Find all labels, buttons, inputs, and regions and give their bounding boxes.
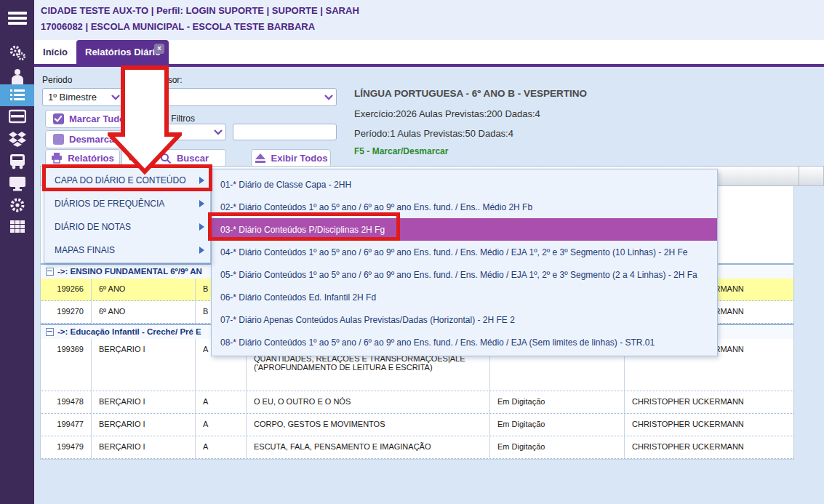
chevron-down-icon: [324, 94, 334, 101]
cell-letter: A: [196, 391, 247, 413]
chevron-down-icon: [213, 129, 223, 136]
submenu-item-01[interactable]: 01-* Diário de Classe Capa - 2HH: [212, 173, 717, 196]
close-icon[interactable]: ×: [154, 44, 164, 54]
submenu-arrow-icon: [199, 200, 204, 207]
table-row[interactable]: 199478BERÇARIO IAO EU, O OUTRO E O NÓSEm…: [41, 391, 793, 414]
submenu-item-07[interactable]: 07-* Diário Apenas Conteúdos Aulas Previ…: [212, 308, 717, 331]
cell-class: 6º ANO: [92, 301, 196, 323]
tab-inicio[interactable]: Início: [34, 40, 76, 64]
cell-id: 199478: [41, 391, 92, 413]
header-context-line: CIDADE TESTE AUX-TO | Perfil: LOGIN SUPO…: [41, 5, 359, 16]
cell-subject: O EU, O OUTRO E O NÓS: [247, 391, 490, 413]
table-row[interactable]: 199479BERÇARIO IAESCUTA, FALA, PENSAMENT…: [41, 436, 793, 459]
settings-gears-icon[interactable]: [0, 42, 34, 64]
cell-letter: A: [196, 414, 247, 436]
reports-submenu: 01-* Diário de Classe Capa - 2HH 02-* Di…: [211, 169, 718, 356]
submenu-arrow-icon: [199, 223, 204, 231]
top-header: CIDADE TESTE AUX-TO | Perfil: LOGIN SUPO…: [34, 0, 824, 40]
cell-id: 199477: [41, 414, 92, 436]
id-card-icon[interactable]: [0, 105, 34, 127]
eject-icon: [255, 153, 266, 164]
f5-hint: F5 - Marcar/Desmarcar: [354, 146, 448, 156]
list-icon[interactable]: [0, 84, 34, 106]
cell-status: Em Digitação: [490, 414, 625, 436]
cell-teacher: CHRISTOPHER UCKERMANN: [625, 414, 793, 436]
tab-strip: Início Relatórios Diário ×: [34, 40, 824, 64]
hamburger-menu-icon[interactable]: [0, 4, 34, 32]
tab-relatorios-label: Relatórios Diário: [85, 47, 161, 57]
cell-class: 6º ANO: [92, 279, 196, 300]
cell-teacher: CHRISTOPHER UCKERMANN: [625, 391, 793, 413]
cell-subject: ESCUTA, FALA, PENSAMENTO E IMAGINAÇÃO: [247, 436, 490, 458]
group-label: ->: ENSINO FUNDAMENTAL 6º/9º AN: [57, 265, 202, 278]
tab-inicio-label: Início: [43, 47, 68, 57]
cell-status: Em Digitação: [490, 436, 625, 458]
table-header-divider: [799, 167, 799, 185]
group-label: ->: Educação Infantil - Creche/ Pré E: [57, 326, 201, 338]
menu-item-label: DIÁRIOS DE FREQUÊNCIA: [55, 199, 164, 209]
submenu-item-08[interactable]: 08-* Diário Conteúdos 1º ao 5º ano / 6º …: [212, 331, 717, 353]
period-label: Periodo: [42, 75, 72, 85]
annotation-box-item03: [208, 212, 400, 241]
cell-status: Em Digitação: [490, 391, 625, 413]
submenu-item-05[interactable]: 05-* Diário Conteúdos 1º ao 5º ano / 6º …: [212, 263, 717, 286]
show-all-button-label: Exibir Todos: [271, 153, 328, 164]
menu-item-label: DIÁRIO DE NOTAS: [55, 222, 131, 232]
menu-item-label: MAPAS FINAIS: [55, 245, 115, 255]
cell-letter: A: [196, 436, 247, 458]
other-filters-input[interactable]: [233, 124, 337, 140]
submenu-item-06[interactable]: 06-* Diário Conteúdos Ed. Infantil 2H Fd: [212, 286, 717, 308]
table-row[interactable]: 199477BERÇARIO IACORPO, GESTOS E MOVIMEN…: [41, 414, 793, 436]
collapse-icon[interactable]: [46, 328, 54, 336]
cell-id: 199266: [41, 279, 92, 300]
monitor-icon[interactable]: [0, 172, 34, 194]
collapse-icon[interactable]: [46, 268, 54, 276]
cell-subject: CORPO, GESTOS E MOVIMENTOS: [247, 414, 490, 436]
exercise-summary: Exercício:2026 Aulas Previstas:200 Dadas…: [354, 108, 540, 119]
bus-icon[interactable]: [0, 151, 34, 172]
app-window: CIDADE TESTE AUX-TO | Perfil: LOGIN SUPO…: [0, 0, 824, 504]
menu-item-mapas-finais[interactable]: MAPAS FINAIS: [44, 239, 210, 262]
printer-icon: [51, 153, 63, 164]
submenu-arrow-icon: [199, 247, 204, 254]
gear-icon[interactable]: [0, 194, 34, 216]
tab-relatorios-diario[interactable]: Relatórios Diário ×: [76, 40, 169, 64]
annotation-arrow-icon: [108, 65, 182, 175]
checked-checkbox-icon: [53, 113, 64, 124]
cell-id: 199270: [41, 301, 92, 323]
unchecked-checkbox-icon: [53, 134, 64, 145]
discipline-title: LÍNGUA PORTUGUESA - 6º ANO B - VESPERTIN…: [354, 88, 587, 99]
period-summary: Período:1 Aulas Previstas:50 Dadas:4: [354, 128, 513, 139]
cell-class: BERÇARIO I: [92, 414, 196, 436]
cell-class: BERÇARIO I: [92, 436, 196, 458]
menu-item-diarios-frequencia[interactable]: DIÁRIOS DE FREQUÊNCIA: [44, 192, 210, 215]
header-school-line: 17006082 | ESCOLA MUNICIPAL - ESCOLA TES…: [41, 21, 315, 32]
menu-item-diario-notas[interactable]: DIÁRIO DE NOTAS: [44, 215, 210, 239]
period-select-value: 1º Bimestre: [48, 92, 97, 103]
cell-id: 199369: [41, 339, 92, 391]
cell-class: BERÇARIO I: [92, 391, 196, 413]
grid-icon[interactable]: [0, 216, 34, 238]
cell-teacher: CHRISTOPHER UCKERMANN: [625, 436, 793, 458]
sidebar: [0, 0, 34, 504]
package-box-icon[interactable]: [0, 128, 34, 150]
show-all-button[interactable]: Exibir Todos: [251, 149, 331, 167]
submenu-item-04[interactable]: 04-* Diário Conteúdos 1º ao 5º ano / 6º …: [212, 241, 717, 263]
cell-class: BERÇARIO I: [92, 339, 196, 391]
cell-id: 199479: [41, 436, 92, 458]
